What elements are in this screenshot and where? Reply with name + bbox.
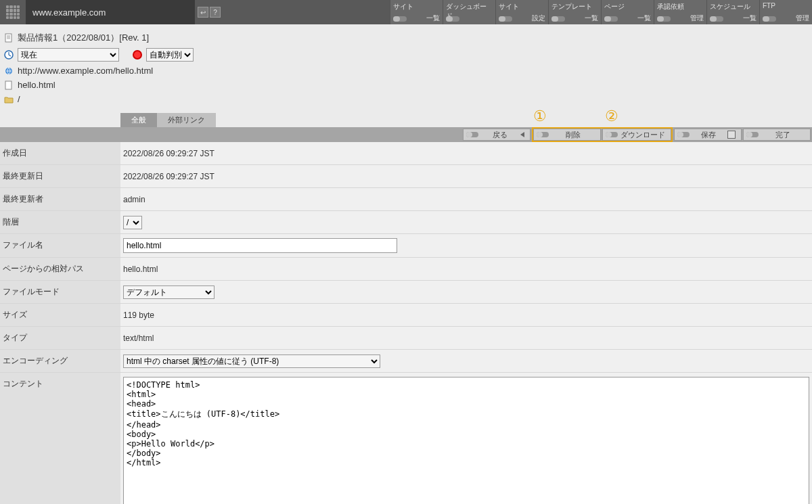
hierarchy-select[interactable]: / (123, 216, 142, 229)
encoding-select[interactable]: html 中の charset 属性の値に従う (UTF-8) (123, 354, 380, 368)
tab-general[interactable]: 全般 (120, 113, 157, 127)
filemode-select[interactable]: デフォルト (123, 285, 215, 299)
save-button[interactable]: 保存 (674, 129, 742, 141)
nav-template-list[interactable]: テンプレート 一覧 (548, 0, 601, 24)
record-icon (133, 50, 142, 60)
detail-tabs: 全般 外部リンク (0, 113, 812, 127)
main-nav: サイト 一覧 ダッシュボード サイト 設定 テンプレート 一覧 ページ 一覧 承… (390, 0, 812, 24)
chevron-left-icon (520, 132, 524, 137)
label-updated: 最終更新日 (0, 165, 120, 188)
time-select[interactable]: 現在 (18, 48, 119, 62)
label-filemode: ファイルモード (0, 281, 120, 304)
label-size: サイズ (0, 304, 120, 327)
filename-input[interactable] (123, 238, 397, 253)
tab-external-link[interactable]: 外部リンク (157, 113, 216, 127)
nav-site-list[interactable]: サイト 一覧 (390, 0, 443, 24)
nav-page-list[interactable]: ページ 一覧 (601, 0, 654, 24)
download-button[interactable]: ダウンロード (602, 129, 671, 141)
label-filename: ファイル名 (0, 234, 120, 258)
page-title: 製品情報1（2022/08/01）[Rev. 1] (18, 32, 149, 44)
page-filename: hello.html (18, 80, 55, 90)
back-button[interactable]: 戻る (463, 129, 531, 141)
file-icon (4, 81, 14, 90)
label-created: 作成日 (0, 142, 120, 165)
folder-icon (4, 95, 14, 104)
value-updater: admin (120, 188, 812, 211)
page-header: 製品情報1（2022/08/01）[Rev. 1] 現在 自動判別 http:/… (0, 24, 812, 109)
logo-dots-icon (6, 5, 20, 19)
value-updated: 2022/08/26 09:29:27 JST (120, 165, 812, 188)
highlighted-actions: 削除 ダウンロード (532, 127, 673, 142)
app-logo[interactable] (0, 0, 26, 24)
complete-button[interactable]: 完了 (743, 129, 811, 141)
annotation-one: ① (533, 108, 547, 125)
label-type: タイプ (0, 327, 120, 350)
annotation-two: ② (605, 108, 618, 125)
label-hierarchy: 階層 (0, 211, 120, 234)
label-relpath: ページからの相対パス (0, 258, 120, 281)
nav-dashboard[interactable]: ダッシュボード (443, 0, 495, 24)
value-type: text/html (120, 327, 812, 350)
nav-schedule[interactable]: スケジュール 一覧 (706, 0, 759, 24)
save-icon (727, 131, 736, 139)
page-icon (4, 33, 14, 43)
clock-icon (4, 50, 14, 60)
delete-button[interactable]: 削除 (533, 129, 601, 141)
svg-rect-0 (5, 34, 12, 42)
nav-ftp[interactable]: FTP 管理 (759, 0, 812, 24)
link-icon (4, 66, 14, 76)
properties-table: 作成日 2022/08/26 09:29:27 JST 最終更新日 2022/0… (0, 142, 812, 504)
reply-icon[interactable]: ↩ (198, 7, 208, 18)
page-path: / (18, 94, 20, 104)
label-content: コンテント (0, 373, 120, 505)
help-icon[interactable]: ? (210, 7, 221, 18)
nav-site-settings[interactable]: サイト 設定 (495, 0, 548, 24)
content-textarea[interactable] (123, 377, 809, 504)
value-relpath: hello.html (120, 258, 812, 281)
action-bar: 戻る 削除 ダウンロード 保存 完了 (0, 127, 812, 142)
nav-approval[interactable]: 承認依頼 管理 (654, 0, 706, 24)
top-bar: www.example.com ↩ ? サイト 一覧 ダッシュボード サイト 設… (0, 0, 812, 24)
label-encoding: エンコーディング (0, 350, 120, 373)
value-size: 119 byte (120, 304, 812, 327)
value-created: 2022/08/26 09:29:27 JST (120, 142, 812, 165)
label-updater: 最終更新者 (0, 188, 120, 211)
svg-rect-3 (5, 81, 12, 89)
page-url: http://www.example.com/hello.html (18, 66, 153, 76)
auto-detect-select[interactable]: 自動判別 (146, 48, 194, 62)
site-domain[interactable]: www.example.com (26, 0, 195, 24)
